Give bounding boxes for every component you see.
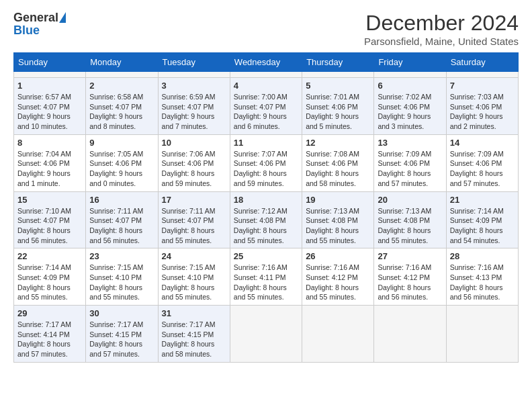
calendar-day-cell: 5Sunrise: 7:01 AM Sunset: 4:06 PM Daylig… [302, 78, 374, 135]
day-info: Sunrise: 7:17 AM Sunset: 4:15 PM Dayligh… [162, 320, 226, 359]
calendar-week-row: 8Sunrise: 7:04 AM Sunset: 4:06 PM Daylig… [14, 134, 519, 191]
day-number: 2 [89, 81, 154, 91]
day-number: 26 [306, 251, 370, 261]
calendar-day-cell [230, 72, 302, 78]
page-header: General Blue December 2024 Parsonsfield,… [13, 11, 519, 47]
logo-general: General [13, 11, 58, 25]
day-info: Sunrise: 6:58 AM Sunset: 4:07 PM Dayligh… [89, 92, 154, 132]
calendar-day-cell: 12Sunrise: 7:08 AM Sunset: 4:06 PM Dayli… [302, 134, 374, 191]
calendar-day-cell: 20Sunrise: 7:13 AM Sunset: 4:08 PM Dayli… [374, 191, 446, 248]
day-number: 3 [162, 81, 226, 91]
calendar-day-cell: 4Sunrise: 7:00 AM Sunset: 4:07 PM Daylig… [230, 78, 302, 135]
day-number: 25 [234, 251, 298, 261]
title-area: December 2024 Parsonsfield, Maine, Unite… [364, 11, 519, 47]
day-number: 13 [378, 138, 442, 148]
day-number: 18 [234, 195, 298, 205]
logo: General Blue [13, 11, 66, 38]
col-thursday: Thursday [302, 53, 374, 72]
day-info: Sunrise: 7:08 AM Sunset: 4:06 PM Dayligh… [306, 149, 370, 189]
logo-triangle-icon [59, 12, 66, 23]
calendar-day-cell: 22Sunrise: 7:14 AM Sunset: 4:09 PM Dayli… [14, 248, 86, 306]
day-number: 10 [162, 138, 226, 148]
calendar-day-cell: 28Sunrise: 7:16 AM Sunset: 4:13 PM Dayli… [446, 248, 518, 306]
day-info: Sunrise: 7:00 AM Sunset: 4:07 PM Dayligh… [234, 92, 298, 132]
day-number: 28 [450, 251, 515, 261]
calendar-day-cell: 15Sunrise: 7:10 AM Sunset: 4:07 PM Dayli… [14, 191, 86, 248]
day-number: 31 [162, 308, 226, 318]
calendar-day-cell: 17Sunrise: 7:11 AM Sunset: 4:07 PM Dayli… [158, 191, 230, 248]
day-info: Sunrise: 7:15 AM Sunset: 4:10 PM Dayligh… [89, 263, 154, 302]
day-info: Sunrise: 7:16 AM Sunset: 4:11 PM Dayligh… [234, 263, 298, 302]
day-info: Sunrise: 7:05 AM Sunset: 4:06 PM Dayligh… [89, 149, 154, 189]
day-number: 30 [89, 308, 154, 318]
day-info: Sunrise: 7:16 AM Sunset: 4:13 PM Dayligh… [450, 263, 515, 302]
day-info: Sunrise: 7:13 AM Sunset: 4:08 PM Dayligh… [306, 206, 370, 246]
calendar-week-row: 22Sunrise: 7:14 AM Sunset: 4:09 PM Dayli… [14, 248, 519, 306]
month-title: December 2024 [364, 11, 519, 36]
calendar-day-cell: 30Sunrise: 7:17 AM Sunset: 4:15 PM Dayli… [86, 306, 158, 363]
calendar-day-cell: 25Sunrise: 7:16 AM Sunset: 4:11 PM Dayli… [230, 248, 302, 306]
day-number: 8 [17, 138, 82, 148]
col-sunday: Sunday [14, 53, 86, 72]
day-number: 7 [450, 81, 515, 91]
day-info: Sunrise: 7:11 AM Sunset: 4:07 PM Dayligh… [89, 206, 154, 246]
day-info: Sunrise: 7:10 AM Sunset: 4:07 PM Dayligh… [17, 206, 82, 246]
day-number: 23 [89, 251, 154, 261]
day-info: Sunrise: 7:09 AM Sunset: 4:06 PM Dayligh… [378, 149, 442, 189]
calendar-day-cell: 3Sunrise: 6:59 AM Sunset: 4:07 PM Daylig… [158, 78, 230, 135]
calendar-day-cell: 1Sunrise: 6:57 AM Sunset: 4:07 PM Daylig… [14, 78, 86, 135]
day-info: Sunrise: 7:13 AM Sunset: 4:08 PM Dayligh… [378, 206, 442, 246]
day-info: Sunrise: 7:14 AM Sunset: 4:09 PM Dayligh… [450, 206, 515, 246]
calendar-day-cell [14, 72, 86, 78]
day-info: Sunrise: 7:03 AM Sunset: 4:06 PM Dayligh… [450, 92, 515, 132]
col-tuesday: Tuesday [158, 53, 230, 72]
location-subtitle: Parsonsfield, Maine, United States [364, 36, 519, 47]
col-saturday: Saturday [446, 53, 518, 72]
calendar-day-cell: 16Sunrise: 7:11 AM Sunset: 4:07 PM Dayli… [86, 191, 158, 248]
day-number: 6 [378, 81, 442, 91]
day-info: Sunrise: 7:02 AM Sunset: 4:06 PM Dayligh… [378, 92, 442, 132]
day-number: 12 [306, 138, 370, 148]
calendar-header-row: Sunday Monday Tuesday Wednesday Thursday… [14, 53, 519, 72]
day-info: Sunrise: 7:16 AM Sunset: 4:12 PM Dayligh… [378, 263, 442, 302]
day-info: Sunrise: 6:59 AM Sunset: 4:07 PM Dayligh… [162, 92, 226, 132]
calendar-day-cell: 10Sunrise: 7:06 AM Sunset: 4:06 PM Dayli… [158, 134, 230, 191]
calendar-day-cell: 31Sunrise: 7:17 AM Sunset: 4:15 PM Dayli… [158, 306, 230, 363]
calendar-day-cell: 19Sunrise: 7:13 AM Sunset: 4:08 PM Dayli… [302, 191, 374, 248]
calendar-day-cell: 24Sunrise: 7:15 AM Sunset: 4:10 PM Dayli… [158, 248, 230, 306]
day-number: 24 [162, 251, 226, 261]
day-number: 5 [306, 81, 370, 91]
day-info: Sunrise: 7:04 AM Sunset: 4:06 PM Dayligh… [17, 149, 82, 189]
day-info: Sunrise: 7:15 AM Sunset: 4:10 PM Dayligh… [162, 263, 226, 302]
calendar-day-cell: 13Sunrise: 7:09 AM Sunset: 4:06 PM Dayli… [374, 134, 446, 191]
day-info: Sunrise: 7:16 AM Sunset: 4:12 PM Dayligh… [306, 263, 370, 302]
day-number: 16 [89, 195, 154, 205]
calendar-week-row: 1Sunrise: 6:57 AM Sunset: 4:07 PM Daylig… [14, 78, 519, 135]
calendar-day-cell: 18Sunrise: 7:12 AM Sunset: 4:08 PM Dayli… [230, 191, 302, 248]
day-number: 27 [378, 251, 442, 261]
calendar-day-cell: 27Sunrise: 7:16 AM Sunset: 4:12 PM Dayli… [374, 248, 446, 306]
day-info: Sunrise: 6:57 AM Sunset: 4:07 PM Dayligh… [17, 92, 82, 132]
calendar-day-cell: 23Sunrise: 7:15 AM Sunset: 4:10 PM Dayli… [86, 248, 158, 306]
day-info: Sunrise: 7:09 AM Sunset: 4:06 PM Dayligh… [450, 149, 515, 189]
day-number: 20 [378, 195, 442, 205]
day-info: Sunrise: 7:01 AM Sunset: 4:06 PM Dayligh… [306, 92, 370, 132]
day-number: 21 [450, 195, 515, 205]
calendar-day-cell [302, 72, 374, 78]
day-info: Sunrise: 7:06 AM Sunset: 4:06 PM Dayligh… [162, 149, 226, 189]
logo-blue: Blue [13, 24, 40, 38]
calendar-day-cell: 29Sunrise: 7:17 AM Sunset: 4:14 PM Dayli… [14, 306, 86, 363]
day-number: 9 [89, 138, 154, 148]
col-wednesday: Wednesday [230, 53, 302, 72]
calendar-day-cell: 6Sunrise: 7:02 AM Sunset: 4:06 PM Daylig… [374, 78, 446, 135]
day-info: Sunrise: 7:07 AM Sunset: 4:06 PM Dayligh… [234, 149, 298, 189]
calendar-day-cell: 11Sunrise: 7:07 AM Sunset: 4:06 PM Dayli… [230, 134, 302, 191]
calendar-day-cell: 8Sunrise: 7:04 AM Sunset: 4:06 PM Daylig… [14, 134, 86, 191]
day-number: 17 [162, 195, 226, 205]
calendar-table: Sunday Monday Tuesday Wednesday Thursday… [13, 52, 519, 363]
calendar-day-cell: 26Sunrise: 7:16 AM Sunset: 4:12 PM Dayli… [302, 248, 374, 306]
calendar-week-row: 29Sunrise: 7:17 AM Sunset: 4:14 PM Dayli… [14, 306, 519, 363]
calendar-day-cell [302, 306, 374, 363]
day-number: 1 [17, 81, 82, 91]
day-info: Sunrise: 7:17 AM Sunset: 4:15 PM Dayligh… [89, 320, 154, 359]
